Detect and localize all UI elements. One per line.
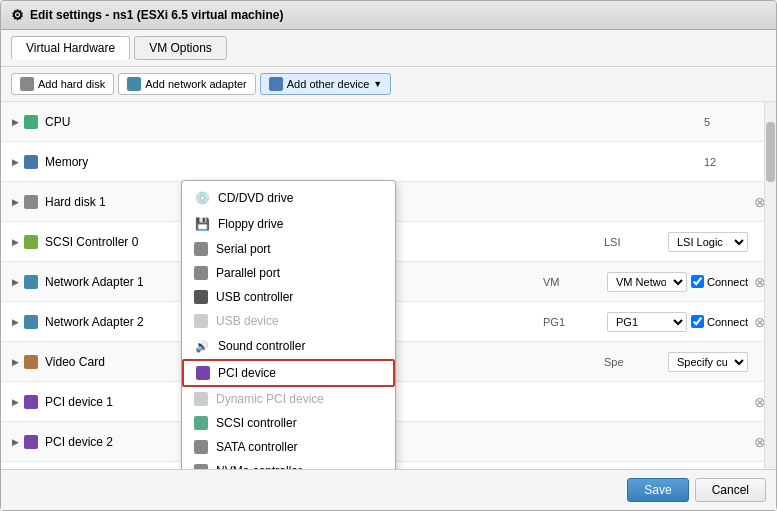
- dropdown-arrow-icon: ▼: [373, 79, 382, 89]
- menu-item-scsi-controller[interactable]: SCSI controller: [182, 411, 395, 435]
- sound-controller-icon: 🔊: [194, 338, 210, 354]
- scsi-controller-icon: [194, 416, 208, 430]
- device-net1-value: VM: [543, 276, 603, 288]
- hard-disk-device-icon: [23, 194, 39, 210]
- expand-memory[interactable]: ▶: [9, 156, 21, 168]
- memory-icon: [23, 154, 39, 170]
- net2-connect-label: Connect: [707, 316, 748, 328]
- device-net2-value: PG1: [543, 316, 603, 328]
- usb-controller-icon: [194, 290, 208, 304]
- device-memory-label: Memory: [45, 155, 704, 169]
- expand-pci2[interactable]: ▶: [9, 436, 21, 448]
- menu-item-dynamic-pci: Dynamic PCI device: [182, 387, 395, 411]
- scrollbar-thumb[interactable]: [766, 122, 775, 182]
- menu-item-pci-device[interactable]: PCI device: [182, 359, 395, 387]
- save-button[interactable]: Save: [627, 478, 688, 502]
- bottom-bar: Save Cancel: [1, 469, 776, 510]
- net1-icon: [23, 274, 39, 290]
- menu-item-usb-controller[interactable]: USB controller: [182, 285, 395, 309]
- add-network-adapter-button[interactable]: Add network adapter: [118, 73, 256, 95]
- expand-net1[interactable]: ▶: [9, 276, 21, 288]
- device-cpu-label: CPU: [45, 115, 704, 129]
- pci-device-label: PCI device: [218, 366, 276, 380]
- net1-connect-label: Connect: [707, 276, 748, 288]
- add-other-device-button[interactable]: Add other device ▼: [260, 73, 391, 95]
- pci1-icon: [23, 394, 39, 410]
- menu-item-parallel-port[interactable]: Parallel port: [182, 261, 395, 285]
- net1-select[interactable]: VM Network: [607, 272, 687, 292]
- scrollbar[interactable]: [764, 102, 776, 469]
- cancel-button[interactable]: Cancel: [695, 478, 766, 502]
- device-cpu-value: 5: [704, 116, 764, 128]
- serial-port-label: Serial port: [216, 242, 271, 256]
- menu-item-usb-device: USB device: [182, 309, 395, 333]
- net2-icon: [23, 314, 39, 330]
- device-scsi-value: LSI: [604, 236, 664, 248]
- video-icon: [23, 354, 39, 370]
- menu-item-floppy[interactable]: 💾 Floppy drive: [182, 211, 395, 237]
- dropdown-menu: 💿 CD/DVD drive 💾 Floppy drive Serial por…: [181, 180, 396, 469]
- expand-hard-disk[interactable]: ▶: [9, 196, 21, 208]
- floppy-icon: 💾: [194, 216, 210, 232]
- sata-controller-icon: [194, 440, 208, 454]
- table-row: ▶ CPU 5: [1, 102, 776, 142]
- nvme-controller-label: NVMe controller: [216, 464, 302, 469]
- serial-port-icon: [194, 242, 208, 256]
- toolbar: Add hard disk Add network adapter Add ot…: [1, 67, 776, 102]
- tab-vm-options[interactable]: VM Options: [134, 36, 227, 60]
- expand-video[interactable]: ▶: [9, 356, 21, 368]
- tab-virtual-hardware[interactable]: Virtual Hardware: [11, 36, 130, 60]
- device-video-value: Spe: [604, 356, 664, 368]
- table-row: ▶ Memory 12: [1, 142, 776, 182]
- add-hard-disk-label: Add hard disk: [38, 78, 105, 90]
- expand-net2[interactable]: ▶: [9, 316, 21, 328]
- scsi-controller-label: SCSI controller: [216, 416, 297, 430]
- menu-item-sound-controller[interactable]: 🔊 Sound controller: [182, 333, 395, 359]
- network-icon: [127, 77, 141, 91]
- expand-cpu[interactable]: ▶: [9, 116, 21, 128]
- menu-item-cd-dvd[interactable]: 💿 CD/DVD drive: [182, 185, 395, 211]
- title-bar: ⚙ Edit settings - ns1 (ESXi 6.5 virtual …: [1, 1, 776, 30]
- add-other-device-label: Add other device: [287, 78, 370, 90]
- menu-item-sata-controller[interactable]: SATA controller: [182, 435, 395, 459]
- dynamic-pci-icon: [194, 392, 208, 406]
- parallel-port-label: Parallel port: [216, 266, 280, 280]
- add-hard-disk-button[interactable]: Add hard disk: [11, 73, 114, 95]
- sound-controller-label: Sound controller: [218, 339, 305, 353]
- add-network-adapter-label: Add network adapter: [145, 78, 247, 90]
- scsi-select[interactable]: LSI Logic SAS: [668, 232, 748, 252]
- usb-device-label: USB device: [216, 314, 279, 328]
- usb-controller-label: USB controller: [216, 290, 293, 304]
- expand-scsi[interactable]: ▶: [9, 236, 21, 248]
- dynamic-pci-label: Dynamic PCI device: [216, 392, 324, 406]
- window-title: Edit settings - ns1 (ESXi 6.5 virtual ma…: [30, 8, 283, 22]
- pci-device-icon: [196, 366, 210, 380]
- sata-controller-label: SATA controller: [216, 440, 298, 454]
- tabs-bar: Virtual Hardware VM Options: [1, 30, 776, 67]
- expand-pci1[interactable]: ▶: [9, 396, 21, 408]
- net2-connect-checkbox[interactable]: [691, 315, 704, 328]
- net1-connect: Connect: [691, 275, 748, 288]
- menu-item-nvme-controller[interactable]: NVMe controller: [182, 459, 395, 469]
- net2-connect: Connect: [691, 315, 748, 328]
- nvme-controller-icon: [194, 464, 208, 469]
- hard-disk-icon: [20, 77, 34, 91]
- scsi-icon: [23, 234, 39, 250]
- main-window: ⚙ Edit settings - ns1 (ESXi 6.5 virtual …: [0, 0, 777, 511]
- net2-select[interactable]: PG1: [607, 312, 687, 332]
- device-memory-value: 12: [704, 156, 764, 168]
- cd-dvd-icon: 💿: [194, 190, 210, 206]
- menu-item-serial-port[interactable]: Serial port: [182, 237, 395, 261]
- settings-icon: ⚙: [11, 7, 24, 23]
- cpu-icon: [23, 114, 39, 130]
- cd-dvd-label: CD/DVD drive: [218, 191, 293, 205]
- parallel-port-icon: [194, 266, 208, 280]
- usb-device-icon: [194, 314, 208, 328]
- pci2-icon: [23, 434, 39, 450]
- content-area: ▶ CPU 5 ▶ Memory 12 ▶ Hard disk 1 20 ⊗: [1, 102, 776, 469]
- other-device-icon: [269, 77, 283, 91]
- floppy-label: Floppy drive: [218, 217, 283, 231]
- net1-connect-checkbox[interactable]: [691, 275, 704, 288]
- video-select[interactable]: Specify custom settings: [668, 352, 748, 372]
